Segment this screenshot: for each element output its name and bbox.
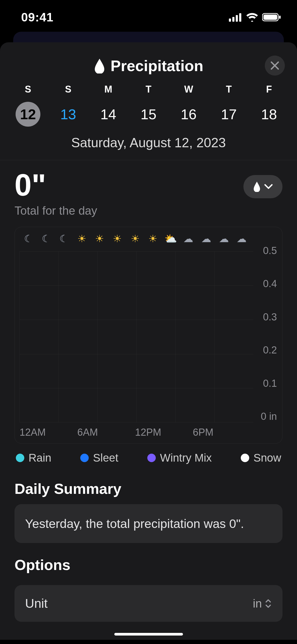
sunny-icon: ☀ xyxy=(73,233,91,245)
dow-label: W xyxy=(169,84,209,100)
x-tick: 6AM xyxy=(77,427,135,438)
precipitation-type-selector[interactable] xyxy=(243,175,282,198)
legend-item-wintry-mix: Wintry Mix xyxy=(147,452,212,464)
clear-night-icon: ☾ xyxy=(20,233,37,245)
date-number: 14 xyxy=(96,102,121,127)
x-axis-labels: 12AM 6AM 12PM 6PM xyxy=(20,427,251,438)
cloudy-icon: ☁ xyxy=(180,233,197,245)
chevron-down-icon xyxy=(264,184,273,190)
legend-label: Wintry Mix xyxy=(160,452,212,464)
close-icon xyxy=(270,61,279,70)
chart-legend: Rain Sleet Wintry Mix Snow xyxy=(0,444,297,467)
legend-dot xyxy=(16,454,24,462)
condition-icon-row: ☾ ☾ ☾ ☀ ☀ ☀ ☀ ☀ ⛅ ☁ ☁ ☁ ☁ xyxy=(20,233,251,245)
day-of-week-row: S S M T W T F xyxy=(0,84,297,100)
svg-rect-3 xyxy=(239,13,241,22)
date-cell-selected[interactable]: 12 xyxy=(8,100,48,129)
total-block: 0" Total for the day xyxy=(15,170,97,217)
dow-label: T xyxy=(209,84,249,100)
water-drop-icon xyxy=(94,58,105,73)
svg-rect-6 xyxy=(279,16,281,19)
status-bar: 09:41 xyxy=(0,0,297,32)
sunny-icon: ☀ xyxy=(126,233,144,245)
svg-rect-0 xyxy=(229,19,231,22)
total-label: Total for the day xyxy=(15,204,97,217)
cloudy-icon: ☁ xyxy=(233,233,251,245)
y-tick: 0.3 xyxy=(261,311,277,323)
legend-label: Sleet xyxy=(93,452,118,464)
y-tick: 0.2 xyxy=(261,344,277,356)
status-indicators xyxy=(229,13,281,22)
home-indicator[interactable] xyxy=(114,633,183,636)
date-cell[interactable]: 17 xyxy=(209,100,249,129)
y-axis-labels: 0.5 0.4 0.3 0.2 0.1 0 in xyxy=(261,245,277,422)
svg-rect-5 xyxy=(263,15,277,20)
total-row: 0" Total for the day xyxy=(0,160,297,220)
y-tick: 0.4 xyxy=(261,278,277,289)
legend-dot xyxy=(147,454,156,462)
clear-night-icon: ☾ xyxy=(37,233,55,245)
unit-label: Unit xyxy=(25,596,48,611)
daily-summary-text: Yesterday, the total precipitation was 0… xyxy=(25,517,244,531)
water-drop-icon xyxy=(253,181,261,192)
legend-label: Rain xyxy=(29,452,51,464)
x-tick: 6PM xyxy=(193,427,251,438)
date-cell[interactable]: 18 xyxy=(249,100,289,129)
sheet-title: Precipitation xyxy=(94,57,203,75)
selected-full-date: Saturday, August 12, 2023 xyxy=(0,129,297,160)
sheet-header: Precipitation xyxy=(0,42,297,84)
date-row: 12 13 14 15 16 17 18 xyxy=(0,100,297,129)
daily-summary-heading: Daily Summary xyxy=(0,467,297,504)
y-tick: 0 in xyxy=(261,411,277,422)
cellular-icon xyxy=(229,13,242,22)
clear-night-icon: ☾ xyxy=(55,233,73,245)
y-tick: 0.5 xyxy=(261,245,277,256)
sunny-icon: ☀ xyxy=(109,233,126,245)
partly-cloudy-icon: ⛅ xyxy=(162,233,180,245)
legend-label: Snow xyxy=(253,452,281,464)
legend-dot xyxy=(80,454,89,462)
battery-icon xyxy=(262,13,281,22)
date-cell[interactable]: 16 xyxy=(169,100,209,129)
up-down-chevron-icon xyxy=(265,598,272,609)
date-number: 16 xyxy=(176,102,201,127)
options-heading: Options xyxy=(0,543,297,580)
cloudy-icon: ☁ xyxy=(197,233,215,245)
svg-rect-2 xyxy=(236,15,238,22)
unit-option-row[interactable]: Unit in xyxy=(15,585,282,622)
x-tick: 12AM xyxy=(20,427,77,438)
dow-label: S xyxy=(8,84,48,100)
date-cell[interactable]: 14 xyxy=(88,100,128,129)
precipitation-chart[interactable]: ☾ ☾ ☾ ☀ ☀ ☀ ☀ ☀ ⛅ ☁ ☁ ☁ ☁ 0.5 0.4 0.3 0.… xyxy=(15,227,282,444)
date-cell[interactable]: 15 xyxy=(128,100,168,129)
y-tick: 0.1 xyxy=(261,378,277,389)
sunny-icon: ☀ xyxy=(91,233,108,245)
date-number: 12 xyxy=(16,102,40,127)
date-cell-today[interactable]: 13 xyxy=(48,100,88,129)
daily-summary-card: Yesterday, the total precipitation was 0… xyxy=(15,504,282,543)
date-number: 17 xyxy=(216,102,241,127)
status-time: 09:41 xyxy=(21,10,54,24)
unit-value-wrap: in xyxy=(253,597,272,610)
legend-item-sleet: Sleet xyxy=(80,452,118,464)
unit-value: in xyxy=(253,597,262,610)
date-number: 18 xyxy=(257,102,281,127)
cloudy-icon: ☁ xyxy=(215,233,233,245)
dow-label: F xyxy=(249,84,289,100)
sheet-title-text: Precipitation xyxy=(111,57,203,75)
sunny-icon: ☀ xyxy=(144,233,162,245)
date-number: 15 xyxy=(136,102,161,127)
legend-dot xyxy=(241,454,249,462)
total-value: 0" xyxy=(15,170,97,200)
legend-item-snow: Snow xyxy=(241,452,281,464)
date-number: 13 xyxy=(56,102,81,127)
dow-label: S xyxy=(48,84,88,100)
precipitation-sheet: Precipitation S S M T W T F 12 13 14 15 … xyxy=(0,42,297,640)
close-button[interactable] xyxy=(265,56,285,76)
legend-item-rain: Rain xyxy=(16,452,51,464)
wifi-icon xyxy=(246,13,258,22)
dow-label: M xyxy=(88,84,128,100)
dow-label: T xyxy=(128,84,168,100)
x-tick: 12PM xyxy=(135,427,193,438)
svg-rect-1 xyxy=(232,17,234,22)
